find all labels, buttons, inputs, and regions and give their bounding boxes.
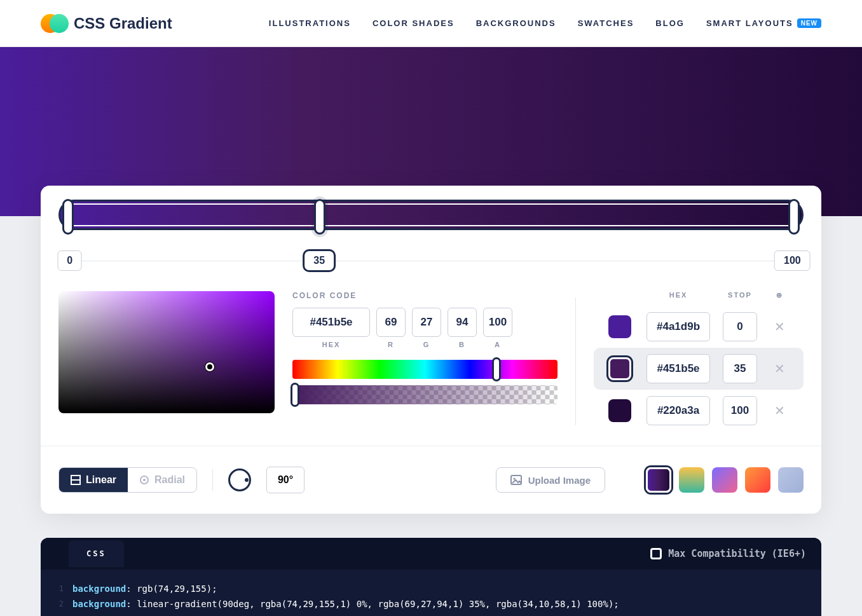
angle-knob[interactable] — [228, 469, 251, 491]
stop-row-1[interactable]: ✕ — [594, 348, 804, 390]
bottom-toolbar: Linear Radial Upload Image — [41, 446, 821, 514]
stop-label-0[interactable]: 0 — [57, 250, 82, 271]
preset-2[interactable] — [712, 467, 737, 493]
stop-hex-0[interactable] — [646, 312, 710, 341]
stop-label-2[interactable]: 100 — [774, 250, 811, 271]
alpha-slider-handle[interactable] — [291, 383, 299, 407]
checkbox-icon[interactable] — [650, 548, 662, 559]
stop-handle-1[interactable] — [314, 199, 325, 235]
delete-stop-icon[interactable]: ✕ — [770, 319, 789, 334]
image-icon — [510, 474, 522, 486]
nav-smart-layouts[interactable]: SMART LAYOUTS NEW — [706, 18, 821, 28]
r-input[interactable] — [376, 308, 406, 337]
code-output-panel: CSS Max Compatibility (IE6+) 1234 backgr… — [41, 538, 821, 616]
css-tab[interactable]: CSS — [69, 540, 124, 567]
stop-handle-0[interactable] — [62, 199, 74, 235]
hex-input[interactable] — [292, 308, 370, 337]
stop-pos-0[interactable] — [723, 312, 757, 341]
stops-list: HEX STOP ⊕ ✕ ✕ — [594, 291, 804, 432]
delete-stop-icon[interactable]: ✕ — [770, 361, 789, 376]
stop-row-0[interactable]: ✕ — [594, 306, 804, 348]
nav-swatches[interactable]: SWATCHES — [578, 18, 634, 28]
code-lines[interactable]: background: rgb(74,29,155); background: … — [72, 581, 619, 616]
svg-point-3 — [143, 479, 146, 481]
radial-button[interactable]: Radial — [128, 468, 196, 492]
picker-cursor-icon[interactable] — [205, 362, 214, 371]
preset-1[interactable] — [679, 467, 704, 493]
stop-row-2[interactable]: ✕ — [594, 390, 804, 432]
stop-hex-2[interactable] — [646, 396, 710, 425]
preset-0[interactable] — [646, 467, 671, 493]
stop-pos-1[interactable] — [723, 354, 757, 383]
brand-logo[interactable]: CSS Gradient — [41, 14, 172, 33]
max-compat-toggle[interactable]: Max Compatibility (IE6+) — [650, 548, 806, 559]
add-stop-button[interactable]: ⊕ — [770, 291, 789, 299]
nav-illustrations[interactable]: ILLUSTRATIONS — [269, 18, 351, 28]
site-header: CSS Gradient ILLUSTRATIONS COLOR SHADES … — [0, 0, 862, 47]
nav-color-shades[interactable]: COLOR SHADES — [373, 18, 455, 28]
stop-label-1[interactable]: 35 — [303, 249, 336, 272]
swatch-icon[interactable] — [608, 315, 631, 338]
hue-slider[interactable] — [292, 360, 558, 379]
radial-icon — [139, 475, 149, 485]
logo-icon — [41, 14, 66, 33]
gradient-track[interactable] — [58, 200, 804, 230]
preset-3[interactable] — [745, 467, 770, 493]
stop-hex-1[interactable] — [646, 354, 710, 383]
saturation-picker[interactable] — [58, 291, 275, 413]
type-toggle: Linear Radial — [58, 467, 197, 493]
b-input[interactable] — [448, 308, 477, 337]
editor-panel: 0 35 100 COLOR CODE HEX R — [41, 186, 821, 514]
svg-point-5 — [513, 478, 515, 480]
nav-blog[interactable]: BLOG — [655, 18, 685, 28]
color-code-column: COLOR CODE HEX R G — [292, 291, 558, 432]
stop-handle-2[interactable] — [788, 199, 800, 235]
swatch-icon[interactable] — [608, 399, 631, 422]
stop-positions-row: 0 35 100 — [58, 242, 804, 280]
upload-image-button[interactable]: Upload Image — [496, 467, 605, 493]
new-badge: NEW — [797, 18, 821, 28]
swatch-icon[interactable] — [608, 357, 631, 380]
line-gutter: 1234 — [41, 581, 72, 616]
stop-pos-2[interactable] — [723, 396, 757, 425]
preset-swatches — [646, 467, 804, 493]
color-code-label: COLOR CODE — [292, 291, 558, 300]
nav-backgrounds[interactable]: BACKGROUNDS — [476, 18, 556, 28]
g-input[interactable] — [412, 308, 441, 337]
alpha-slider[interactable] — [292, 385, 558, 404]
main-nav: ILLUSTRATIONS COLOR SHADES BACKGROUNDS S… — [269, 18, 821, 28]
linear-icon — [71, 475, 81, 485]
delete-stop-icon[interactable]: ✕ — [770, 403, 789, 418]
hue-slider-handle[interactable] — [492, 357, 501, 381]
a-input[interactable] — [483, 308, 512, 337]
brand-name: CSS Gradient — [74, 15, 172, 32]
preset-4[interactable] — [778, 467, 804, 493]
linear-button[interactable]: Linear — [59, 468, 128, 492]
angle-input[interactable] — [266, 467, 304, 493]
